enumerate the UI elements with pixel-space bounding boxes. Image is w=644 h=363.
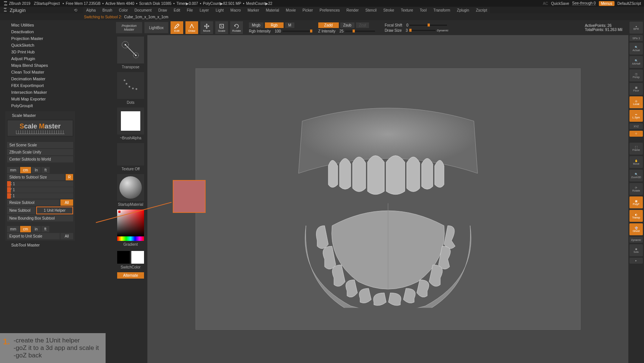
texture-off[interactable]	[117, 143, 144, 165]
transp-button[interactable]: ◐Transp	[629, 210, 643, 222]
menu-light[interactable]: Light	[216, 8, 224, 12]
color-picker[interactable]	[117, 210, 144, 241]
menu-transform[interactable]: Transform	[433, 8, 450, 12]
export-ft-button[interactable]: ft	[41, 226, 50, 232]
polyf-button[interactable]: ▦PolyF	[629, 196, 643, 208]
unit-cm-button[interactable]: cm	[20, 167, 31, 173]
menu-stencil[interactable]: Stencil	[365, 8, 376, 12]
menu-color[interactable]: Color	[119, 8, 128, 12]
edit-button[interactable]: Edit	[171, 21, 183, 34]
set-scene-scale-button[interactable]: Set Scene Scale	[7, 142, 73, 148]
rotate-button[interactable]: Rotate	[230, 21, 243, 34]
alternate-button[interactable]: Alternate	[117, 272, 144, 279]
move-button[interactable]: Move	[200, 21, 213, 34]
plugin-polygroupit[interactable]: PolyGroupIt	[0, 102, 80, 109]
export-in-button[interactable]: in	[32, 226, 41, 232]
unit-mm-button[interactable]: mm	[7, 167, 19, 173]
menus-button[interactable]: Menus	[599, 1, 615, 6]
rail-move-button[interactable]: ✋Move	[629, 156, 643, 168]
menu-material[interactable]: Material	[266, 8, 279, 12]
resize-all-button[interactable]: All	[60, 199, 73, 206]
default-zscript[interactable]: DefaultZScript	[618, 1, 641, 6]
z-slider[interactable]: Z 1	[7, 193, 73, 199]
seethrough-slider[interactable]: See-through 0	[572, 1, 595, 6]
draw-button[interactable]: Draw	[185, 21, 198, 34]
floor-button[interactable]: ▦Floor	[629, 83, 643, 95]
menu-brush[interactable]: Brush	[103, 8, 112, 12]
zsub-button[interactable]: Zsub	[340, 22, 354, 28]
brush-alpha[interactable]	[117, 108, 144, 134]
draw-size-slider[interactable]: Draw Size 3 Dynamic	[385, 28, 448, 32]
unit-in-button[interactable]: In	[32, 167, 41, 173]
plugin-3d-print-hub[interactable]: 3D Print Hub	[0, 49, 80, 55]
menu-texture[interactable]: Texture	[401, 8, 413, 12]
solo-xpose-button[interactable]: ▸	[629, 258, 643, 264]
new-subtool-button[interactable]: New Subtool	[7, 207, 35, 214]
export-mm-button[interactable]: mm	[7, 226, 19, 232]
frame-button[interactable]: ⛶Frame	[629, 143, 643, 155]
menu-macro[interactable]: Macro	[231, 8, 241, 12]
zbrush-scale-unify-button[interactable]: ZBrush Scale Unify	[7, 149, 73, 155]
gradient-label[interactable]: Gradient	[124, 242, 138, 249]
persp-button[interactable]: ◫Persp	[629, 69, 643, 81]
plugin-quicksketch[interactable]: QuickSketch	[0, 42, 80, 49]
plugin-fbx-export-import[interactable]: FBX ExportImport	[0, 82, 80, 89]
menu-document[interactable]: Document	[135, 8, 152, 12]
mrgb-button[interactable]: Mrgb	[249, 22, 263, 28]
swatch-black[interactable]	[117, 251, 130, 264]
scale-master-header[interactable]: Scale Master	[6, 112, 74, 119]
lsym-button[interactable]: ⇔L.Sym	[629, 110, 643, 122]
scale-button[interactable]: Scale	[215, 21, 228, 34]
undock-icon[interactable]: ⟲	[74, 8, 77, 13]
aahalf-button[interactable]: 🔍AAHalf	[629, 56, 643, 68]
plugin-adjust[interactable]: Adjust Plugin	[0, 55, 80, 62]
switchcolor-button[interactable]: SwitchColor	[121, 264, 140, 272]
menu-preferences[interactable]: Preferences	[320, 8, 340, 12]
menu-tool[interactable]: Tool	[420, 8, 426, 12]
lightbox-button[interactable]: LightBox	[144, 22, 168, 33]
menu-movie[interactable]: Movie	[286, 8, 296, 12]
plugin-multi-map-exporter[interactable]: Multi Map Exporter	[0, 96, 80, 102]
menu-file[interactable]: File	[187, 8, 193, 12]
material-thumb[interactable]	[117, 174, 144, 201]
plugin-intersection-masker[interactable]: Intersection Masker	[0, 89, 80, 96]
menu-alpha[interactable]: Alpha	[86, 8, 96, 12]
projection-master-button[interactable]: ProjectionMaster	[116, 22, 142, 33]
transpose-brush[interactable]	[117, 37, 144, 63]
plugin-maya-blend-shapes[interactable]: Maya Blend Shapes	[0, 62, 80, 69]
bounding-box-subtool-button[interactable]: New Bounding Box Subtool	[7, 215, 73, 221]
zoom3d-button[interactable]: 🔍Zoom3D	[629, 170, 643, 182]
resize-subtool-button[interactable]: Resize Subtool	[7, 199, 60, 206]
menu-zscript[interactable]: Zscript	[476, 8, 487, 12]
unit-ft-button[interactable]: ft	[41, 167, 50, 173]
xyz-axis-button[interactable]: ⊹	[629, 131, 643, 137]
menu-marker[interactable]: Marker	[247, 8, 259, 12]
r-button[interactable]: R	[66, 174, 73, 180]
stroke-dots[interactable]	[117, 72, 144, 99]
menu-edit[interactable]: Edit	[174, 8, 180, 12]
zadd-button[interactable]: Zadd	[318, 22, 339, 28]
center-subtools-button[interactable]: Center Subtools to World	[7, 156, 73, 162]
dynamic-button[interactable]: Dynamic	[629, 237, 643, 243]
rgb-button[interactable]: Rgb	[265, 22, 284, 28]
local-button[interactable]: ◎Local	[629, 96, 643, 108]
xyz-button[interactable]: XYZ	[629, 123, 643, 129]
z-intensity-slider[interactable]: Z Intensity 25	[318, 29, 375, 33]
actual-button[interactable]: 🔍Actual	[629, 43, 643, 55]
rail-rotate-button[interactable]: ⟳Rotate	[629, 183, 643, 195]
plugin-subtool-master[interactable]: SubTool Master	[0, 242, 80, 248]
export-all-button[interactable]: All	[60, 233, 73, 239]
export-cm-button[interactable]: cm	[20, 226, 31, 232]
menu-stroke[interactable]: Stroke	[383, 8, 394, 12]
menu-draw[interactable]: Draw	[158, 8, 167, 12]
export-unit-scale-button[interactable]: Export to Unit Scale	[7, 233, 60, 239]
unit-helper-button[interactable]: 1 Unit Helper	[36, 207, 73, 214]
spix-slider[interactable]: SPix 3	[629, 35, 643, 41]
menu-picker[interactable]: Picker	[303, 8, 313, 12]
plugin-decimation-master[interactable]: Decimation Master	[0, 75, 80, 82]
swatch-white[interactable]	[131, 251, 144, 264]
m-button[interactable]: M	[285, 22, 294, 28]
plugin-deactivation[interactable]: Deactivation	[0, 28, 80, 35]
bpr-button[interactable]: ●BPR	[629, 22, 643, 34]
quicksave-button[interactable]: QuickSave	[551, 1, 569, 6]
